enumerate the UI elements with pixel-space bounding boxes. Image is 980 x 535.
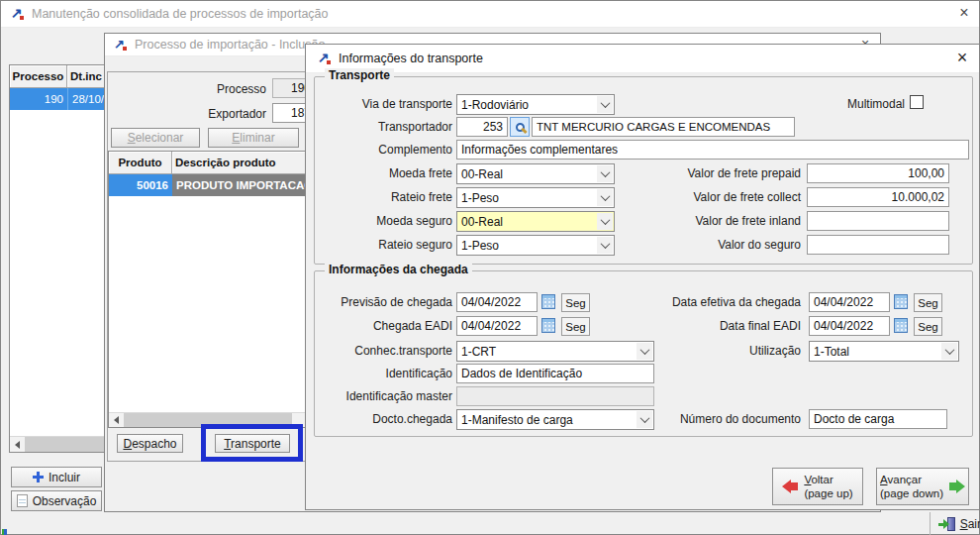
chegada-legend: Informações da chegada <box>325 263 472 276</box>
previsao-chegada-field[interactable]: 04/04/2022 <box>456 292 538 312</box>
exportador-label: Exportador <box>167 107 266 121</box>
transport-dialog-title: Informações do transporte <box>339 52 483 65</box>
numero-documento-label: Número do documento <box>657 412 801 426</box>
calendar-icon[interactable] <box>894 294 908 309</box>
docto-chegada-combo[interactable]: 1-Manifesto de carga <box>456 409 654 430</box>
cell-processo[interactable]: 190 <box>10 88 67 110</box>
process-window-title: Processo de importação - Inclusão <box>135 38 325 52</box>
chegada-eadi-label: Chegada EADI <box>326 319 452 333</box>
chevron-down-icon[interactable] <box>637 343 652 360</box>
valor-inland-label: Valor de frete inland <box>642 214 801 228</box>
via-transporte-label: Via de transporte <box>326 97 452 111</box>
observacao-button-label: Observação <box>33 494 97 508</box>
moeda-seguro-combo[interactable]: 00-Real <box>456 211 615 232</box>
selecionar-button-label: Selecionar <box>128 131 184 145</box>
chegada-eadi-field[interactable]: 04/04/2022 <box>456 316 538 336</box>
valor-seguro-label: Valor do seguro <box>642 238 801 252</box>
chevron-down-icon[interactable] <box>941 343 957 360</box>
weekday-badge: Seg <box>561 317 590 336</box>
rateio-seguro-combo[interactable]: 1-Peso <box>456 235 615 256</box>
cell-produto[interactable]: 50016 <box>109 174 172 196</box>
valor-collect-field[interactable]: 10.000,02 <box>807 187 949 207</box>
eliminar-button[interactable]: Eliminar <box>208 128 299 148</box>
search-icon <box>516 123 525 132</box>
exit-door-icon <box>938 517 955 532</box>
multimodal-checkbox[interactable] <box>910 95 924 109</box>
main-window-titlebar: ↗ Manutenção consolidada de processos de… <box>1 1 979 28</box>
weekday-badge: Seg <box>561 293 590 312</box>
valor-prepaid-label: Valor de frete prepaid <box>642 166 801 180</box>
chevron-down-icon[interactable] <box>597 96 613 113</box>
incluir-button[interactable]: Incluir <box>11 467 102 487</box>
multimodal-label: Multimodal <box>831 97 905 111</box>
despacho-button-label: Despacho <box>123 437 176 451</box>
incluir-button-label: Incluir <box>49 471 80 484</box>
complemento-field[interactable]: Informações complementares <box>456 140 969 160</box>
chevron-down-icon[interactable] <box>597 213 613 230</box>
via-transporte-combo[interactable]: 1-Rodoviário <box>456 94 615 115</box>
weekday-badge: Seg <box>914 317 942 336</box>
main-window-title: Manutenção consolidada de processos de i… <box>32 7 329 21</box>
transport-dialog-titlebar: ↗ Informações do transporte × <box>306 45 979 73</box>
transportador-code-field[interactable]: 253 <box>456 117 508 137</box>
conhec-transporte-combo[interactable]: 1-CRT <box>456 341 654 362</box>
calendar-icon[interactable] <box>541 318 555 333</box>
avancar-sublabel: (page down) <box>880 486 943 500</box>
sair-button[interactable]: Sair <box>930 512 980 535</box>
transportador-name-field: TNT MERCURIO CARGAS E ENCOMENDAS <box>532 117 795 137</box>
scroll-left-icon[interactable] <box>10 437 25 452</box>
selecionar-button[interactable]: Selecionar <box>111 128 200 148</box>
valor-seguro-field[interactable] <box>807 235 949 255</box>
voltar-sublabel: (page up) <box>804 486 852 500</box>
utilizacao-label: Utilização <box>692 344 801 358</box>
valor-prepaid-field[interactable]: 100,00 <box>807 163 949 183</box>
calendar-icon[interactable] <box>541 294 555 309</box>
annotation-highlight-box <box>201 424 303 462</box>
moeda-seguro-label: Moeda seguro <box>326 214 452 228</box>
moeda-seguro-value: 00-Real <box>461 215 503 229</box>
numero-documento-field[interactable]: Docto de carga <box>809 409 947 429</box>
chevron-down-icon[interactable] <box>637 411 652 428</box>
docto-chegada-label: Docto.chegada <box>326 412 452 426</box>
calendar-icon[interactable] <box>894 318 908 333</box>
via-transporte-value: 1-Rodoviário <box>461 98 529 112</box>
close-icon[interactable]: × <box>949 49 975 68</box>
moeda-frete-combo[interactable]: 00-Real <box>456 163 615 184</box>
chevron-down-icon[interactable] <box>597 189 613 206</box>
transporte-legend: Transporte <box>325 68 394 82</box>
chevron-down-icon[interactable] <box>597 237 613 254</box>
identificacao-master-label: Identificação master <box>311 389 452 403</box>
moeda-frete-value: 00-Real <box>461 167 503 181</box>
scroll-left-icon[interactable] <box>109 413 124 427</box>
col-header-produto[interactable]: Produto <box>109 152 172 173</box>
app-logo-icon: ↗ <box>112 37 127 52</box>
complemento-label: Complemento <box>326 143 452 157</box>
transportador-lookup-button[interactable] <box>510 117 530 137</box>
rateio-frete-value: 1-Peso <box>461 191 499 205</box>
rateio-frete-combo[interactable]: 1-Peso <box>456 187 615 208</box>
valor-collect-label: Valor de frete collect <box>642 190 801 204</box>
data-efetiva-field[interactable]: 04/04/2022 <box>809 292 890 312</box>
rateio-frete-label: Rateio frete <box>326 190 452 204</box>
screen: ↗ Manutenção consolidada de processos de… <box>0 0 980 535</box>
chevron-down-icon[interactable] <box>597 165 613 182</box>
avancar-button[interactable]: Avançar (page down) <box>876 468 969 505</box>
data-final-eadi-field[interactable]: 04/04/2022 <box>809 316 890 336</box>
despacho-button[interactable]: Despacho <box>117 434 183 453</box>
col-header-processo[interactable]: Processo <box>10 65 67 87</box>
valor-inland-field[interactable] <box>807 211 949 231</box>
utilizacao-combo[interactable]: 1-Total <box>809 341 959 362</box>
weekday-badge: Seg <box>914 293 942 312</box>
observacao-button[interactable]: Observação <box>11 490 102 511</box>
app-logo-icon: ↗ <box>316 51 331 65</box>
voltar-button[interactable]: Voltar (page up) <box>772 468 863 505</box>
conhec-transporte-value: 1-CRT <box>461 345 496 359</box>
docto-chegada-value: 1-Manifesto de carga <box>461 413 573 427</box>
close-icon[interactable]: × <box>951 4 977 24</box>
identificacao-field[interactable]: Dados de Identificação <box>456 364 654 383</box>
sair-button-label: Sair <box>960 517 980 531</box>
arrow-right-icon <box>949 480 965 493</box>
data-final-eadi-label: Data final EADI <box>633 319 801 333</box>
moeda-frete-label: Moeda frete <box>326 166 452 180</box>
previsao-chegada-label: Previsão de chegada <box>326 295 452 309</box>
